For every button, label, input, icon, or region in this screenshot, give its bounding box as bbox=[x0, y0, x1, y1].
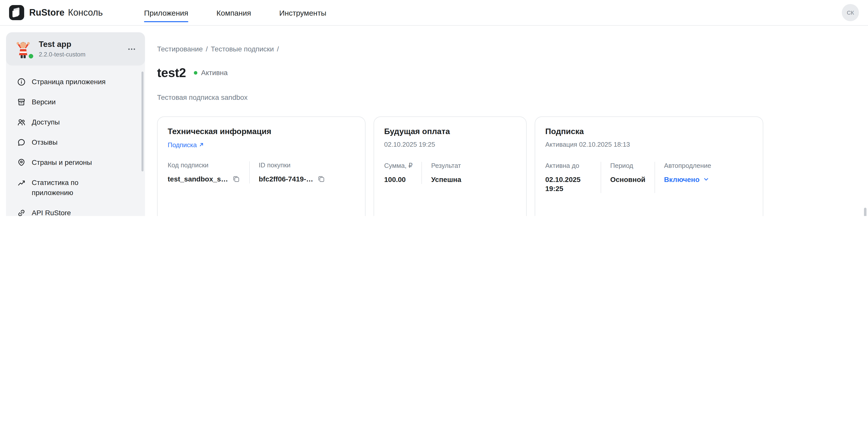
sidebar-scrollbar[interactable] bbox=[142, 71, 144, 171]
main-content: Тестирование / Тестовые подписки / test2… bbox=[145, 26, 868, 216]
app-status-dot bbox=[28, 53, 34, 59]
result-field: Результат Успешна bbox=[422, 162, 470, 184]
sidebar-item-countries[interactable]: Страны и регионы bbox=[11, 152, 140, 172]
status-dot-icon bbox=[194, 71, 197, 75]
page-title-row: test2 Активна bbox=[157, 57, 835, 88]
user-avatar[interactable]: СК bbox=[842, 4, 859, 21]
app-name: Test app bbox=[39, 40, 85, 49]
active-until-field: Активна до 02.10.2025 19:25 bbox=[545, 162, 601, 193]
info-icon bbox=[17, 77, 26, 86]
users-icon bbox=[17, 118, 26, 126]
card-fields: Активна до 02.10.2025 19:25 Период Основ… bbox=[545, 162, 753, 193]
sidebar-item-versions[interactable]: Версии bbox=[11, 92, 140, 112]
trend-chart-icon bbox=[17, 178, 26, 187]
subscription-card: Подписка Активация 02.10.2025 18:13 Акти… bbox=[535, 116, 763, 216]
card-title: Техническая информация bbox=[168, 127, 355, 136]
external-link-icon bbox=[199, 142, 204, 147]
main-scrollbar[interactable] bbox=[864, 208, 867, 216]
sidebar-item-api[interactable]: API RuStore bbox=[11, 203, 140, 216]
purchase-id-field: ID покупки bfc2ff06-7419-… bbox=[249, 161, 334, 183]
subscription-link[interactable]: Подписка bbox=[168, 141, 204, 148]
link-icon bbox=[17, 208, 26, 216]
card-title: Будущая оплата bbox=[384, 127, 516, 136]
breadcrumb-separator: / bbox=[206, 45, 208, 53]
activation-date: Активация 02.10.2025 18:13 bbox=[545, 140, 753, 148]
tab-tools[interactable]: Инструменты bbox=[279, 0, 326, 25]
page-subtitle: Тестовая подписка sandbox bbox=[157, 93, 835, 101]
sidebar-item-access[interactable]: Доступы bbox=[11, 112, 140, 132]
app-sidebar: Test app 2.2.0-test-custom Страница прил… bbox=[6, 32, 145, 216]
top-navigation: Приложения Компания Инструменты bbox=[144, 0, 326, 25]
status-badge: Активна bbox=[194, 69, 228, 77]
brand-home-link[interactable]: RuStore Консоль bbox=[9, 5, 103, 20]
copy-icon[interactable] bbox=[317, 175, 325, 183]
app-info: Test app 2.2.0-test-custom bbox=[39, 40, 85, 58]
location-pin-icon bbox=[17, 158, 26, 167]
breadcrumb: Тестирование / Тестовые подписки / bbox=[157, 45, 835, 53]
breadcrumb-testing[interactable]: Тестирование bbox=[157, 45, 203, 53]
app-card: Test app 2.2.0-test-custom bbox=[6, 32, 145, 65]
period-field: Период Основной bbox=[601, 162, 654, 193]
amount-field: Сумма, ₽ 100.00 bbox=[384, 162, 422, 184]
tab-applications[interactable]: Приложения bbox=[144, 0, 188, 25]
brand-product: Консоль bbox=[68, 7, 103, 18]
auto-renewal-field: Автопродление Включено bbox=[654, 162, 720, 193]
card-title: Подписка bbox=[545, 127, 753, 136]
page-title: test2 bbox=[157, 65, 186, 80]
rustore-console-window: RuStore Консоль Приложения Компания Инст… bbox=[0, 0, 868, 216]
brand-text: RuStore Консоль bbox=[29, 7, 103, 18]
future-payment-date: 02.10.2025 19:25 bbox=[384, 140, 516, 148]
sidebar-nav: Страница приложения Версии Доступы Отзыв… bbox=[6, 65, 145, 216]
chevron-down-icon bbox=[704, 176, 709, 182]
card-fields: Код подписки test_sandbox_s… ID покупки … bbox=[168, 161, 355, 183]
sidebar-item-app-page[interactable]: Страница приложения bbox=[11, 71, 140, 92]
sidebar-item-reviews[interactable]: Отзывы bbox=[11, 132, 140, 152]
chat-bubble-icon bbox=[17, 138, 26, 146]
app-icon bbox=[13, 39, 33, 59]
tab-company[interactable]: Компания bbox=[217, 0, 251, 25]
future-payment-card: Будущая оплата 02.10.2025 19:25 Сумма, ₽… bbox=[374, 116, 527, 216]
summary-cards: Техническая информация Подписка Код подп… bbox=[157, 116, 835, 216]
rustore-logo-icon bbox=[9, 5, 24, 20]
breadcrumb-separator: / bbox=[277, 45, 279, 53]
sidebar-item-app-stats[interactable]: Статистика по приложению bbox=[11, 172, 140, 203]
app-version: 2.2.0-test-custom bbox=[39, 51, 85, 58]
technical-info-card: Техническая информация Подписка Код подп… bbox=[157, 116, 366, 216]
app-menu-dots-icon[interactable] bbox=[125, 42, 138, 55]
autorenew-toggle[interactable]: Включено bbox=[664, 175, 711, 184]
subscription-code-field: Код подписки test_sandbox_s… bbox=[168, 161, 249, 183]
card-fields: Сумма, ₽ 100.00 Результат Успешна bbox=[384, 162, 516, 184]
breadcrumb-test-subscriptions[interactable]: Тестовые подписки bbox=[211, 45, 274, 53]
copy-icon[interactable] bbox=[232, 175, 240, 183]
brand-name: RuStore bbox=[29, 7, 64, 18]
versions-icon bbox=[17, 97, 26, 106]
top-bar: RuStore Консоль Приложения Компания Инст… bbox=[0, 0, 868, 26]
